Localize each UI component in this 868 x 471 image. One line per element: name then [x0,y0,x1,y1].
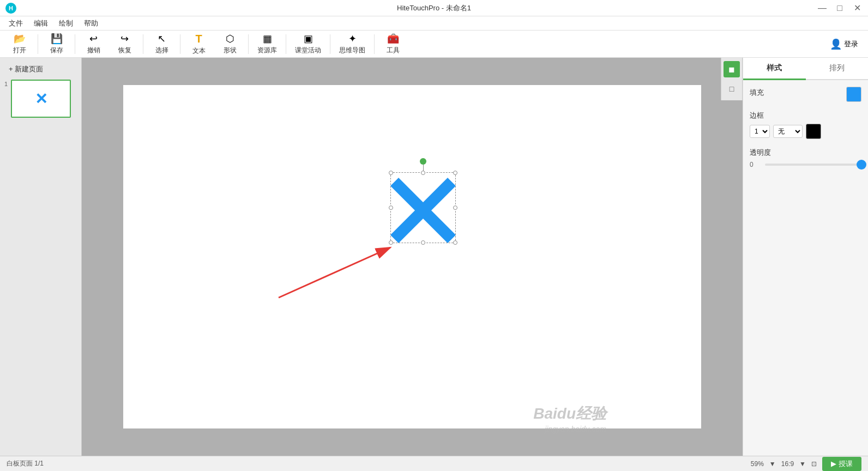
open-label: 打开 [13,46,26,55]
right-panel-content: 填充 边框 1 2 3 无 实线 虚线 [743,80,868,175]
play-icon: ▶ [831,460,836,468]
tab-style[interactable]: 样式 [743,58,806,80]
handle-middle-left[interactable] [389,206,393,210]
undo-label: 撤销 [87,46,100,55]
menubar: 文件 编辑 绘制 帮助 [0,16,868,31]
x-shape-object[interactable] [390,172,456,243]
redo-icon: ↪ [120,33,129,45]
shape-button[interactable]: ⬡ 形状 [215,31,245,57]
handle-top-left[interactable] [389,171,393,175]
maximize-button[interactable]: □ [834,3,845,14]
select-label: 选择 [155,46,168,55]
titlebar: H HiteTouchPro - 未命名1 — □ ✕ [0,0,868,16]
start-class-label: 授课 [839,459,853,469]
transparency-slider-thumb[interactable] [857,160,866,170]
arrow-annotation [123,85,701,428]
shape-label: 形状 [224,46,237,55]
divider2 [75,34,75,54]
border-section: 边框 1 2 3 无 实线 虚线 [750,111,861,139]
zoom-dropdown-icon[interactable]: ▼ [769,460,776,468]
start-class-button[interactable]: ▶ 授课 [822,457,861,471]
canvas[interactable] [123,85,701,428]
activity-button[interactable]: ▣ 课堂活动 [290,31,327,57]
save-button[interactable]: 💾 保存 [41,31,71,57]
divider4 [180,34,180,54]
redo-button[interactable]: ↪ 恢复 [110,31,140,57]
handle-bottom-left[interactable] [389,240,393,245]
mindmap-icon: ✦ [348,33,357,45]
window-title: HiteTouchPro - 未命名1 [397,3,471,13]
slide-thumb-x: ✕ [35,90,47,108]
divider3 [143,34,143,54]
menu-file[interactable]: 文件 [4,17,27,30]
resource-icon: ▦ [263,33,272,45]
ratio-dropdown-icon[interactable]: ▼ [799,460,806,468]
selection-border [390,172,456,243]
transparency-slider-row: 0 [750,161,861,168]
border-label: 边框 [750,111,861,120]
slide-item-1[interactable]: 1 ✕ [4,80,77,118]
open-button[interactable]: 📂 打开 [4,31,34,57]
divider1 [38,34,38,54]
border-width-select[interactable]: 1 2 3 [750,125,770,138]
text-button[interactable]: T 文本 [184,31,214,58]
text-label: 文本 [192,46,206,56]
divider6 [286,34,286,54]
style-tab-icon[interactable]: ◼ [724,61,740,77]
handle-top-right[interactable] [453,171,457,175]
main-area: + 新建页面 1 ✕ [0,58,868,456]
divider8 [374,34,375,54]
toolbar: 📂 打开 💾 保存 ↩ 撤销 ↪ 恢复 ↖ 选择 T 文本 ⬡ 形状 ▦ 资源库… [0,31,868,58]
mindmap-label: 思维导图 [339,46,365,55]
resource-button[interactable]: ▦ 资源库 [252,31,282,57]
menu-help[interactable]: 帮助 [80,17,103,30]
border-style-select[interactable]: 无 实线 虚线 [773,125,803,138]
close-button[interactable]: ✕ [852,3,863,14]
divider5 [248,34,249,54]
window-controls: — □ ✕ [817,3,863,14]
tab-arrange[interactable]: 排列 [806,58,869,80]
aspect-ratio: 16:9 [781,460,794,468]
select-button[interactable]: ↖ 选择 [147,31,177,57]
layout-tab-icon[interactable]: □ [724,81,740,97]
minimize-button[interactable]: — [817,3,828,14]
canvas-area[interactable]: Baidu经验 jingyan.baidu.com [82,58,743,456]
fill-section: 填充 [750,87,861,102]
resource-label: 资源库 [257,46,277,55]
activity-label: 课堂活动 [295,46,321,55]
fill-label: 填充 [750,88,764,98]
undo-button[interactable]: ↩ 撤销 [79,31,108,57]
zoom-level: 59% [751,460,764,468]
screen-icon: ⊡ [811,460,817,468]
login-button[interactable]: 👤 登录 [824,36,864,52]
statusbar-right: 59% ▼ 16:9 ▼ ⊡ ▶ 授课 [751,457,861,471]
save-label: 保存 [50,46,63,55]
fill-row: 填充 [750,87,861,102]
activity-icon: ▣ [304,33,313,45]
new-page-button[interactable]: + 新建页面 [4,62,77,76]
slide-thumbnail-box[interactable]: ✕ [11,80,71,118]
transparency-value: 0 [750,161,761,168]
menu-draw[interactable]: 绘制 [55,17,77,30]
handle-middle-right[interactable] [453,206,457,210]
undo-icon: ↩ [89,33,98,45]
slide-number: 1 [4,80,8,87]
new-page-label: + 新建页面 [9,64,43,74]
handle-top-middle[interactable] [421,171,425,175]
rotation-handle[interactable] [420,158,426,165]
right-panel-tabs: 样式 排列 [743,58,868,80]
tools-button[interactable]: 🧰 工具 [378,31,408,57]
statusbar: 白板页面 1/1 59% ▼ 16:9 ▼ ⊡ ▶ 授课 [0,456,868,471]
handle-bottom-right[interactable] [453,240,457,245]
mindmap-button[interactable]: ✦ 思维导图 [334,31,371,57]
save-icon: 💾 [51,33,63,45]
select-icon: ↖ [158,33,166,45]
handle-bottom-middle[interactable] [421,240,425,245]
shape-icon: ⬡ [226,33,234,45]
app-icon: H [5,3,16,14]
fill-color-swatch[interactable] [846,87,861,102]
border-color-swatch[interactable] [806,124,821,139]
transparency-slider-track[interactable] [765,164,861,166]
text-icon: T [195,33,202,45]
menu-edit[interactable]: 编辑 [29,17,52,30]
